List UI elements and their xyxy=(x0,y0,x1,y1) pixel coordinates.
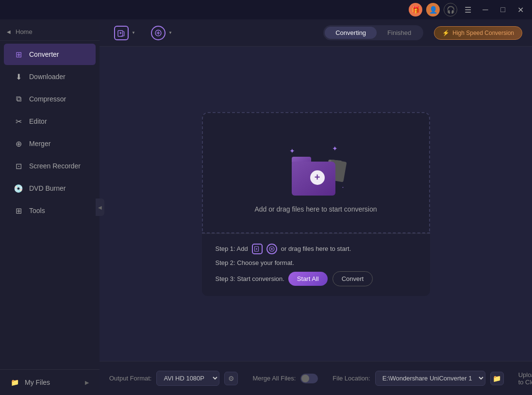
step-3-row: Step 3: Start conversion. Start All Conv… xyxy=(216,271,416,286)
high-speed-label: High Speed Conversion xyxy=(452,30,514,36)
folder-illustration: + ✦ ✦ · xyxy=(287,142,345,196)
sidebar-home[interactable]: ◀ Home xyxy=(0,23,100,41)
sidebar-item-editor[interactable]: ✂ Editor xyxy=(4,111,96,132)
add-media-button[interactable]: ▼ xyxy=(146,23,177,43)
my-files-icon: 📁 xyxy=(11,379,19,386)
bottom-bar: Output Format: AVI HD 1080P ⚙ Merge All … xyxy=(100,361,532,395)
app-body: ◀ Home ⊞ Converter ⬇ Downloader ⧉ Compre… xyxy=(0,19,532,395)
step-2-row: Step 2: Choose your format. xyxy=(216,259,416,266)
start-all-inline-button[interactable]: Start All xyxy=(288,272,328,286)
my-files-left: 📁 My Files xyxy=(11,379,50,386)
close-button[interactable]: ✕ xyxy=(514,3,527,16)
merge-toggle-switch[interactable] xyxy=(300,374,318,383)
menu-icon[interactable]: ☰ xyxy=(461,3,475,16)
sidebar-label-editor: Editor xyxy=(29,117,47,125)
home-label: Home xyxy=(16,28,33,35)
convert-inline-button[interactable]: Convert xyxy=(332,271,373,286)
sidebar-label-merger: Merger xyxy=(29,140,50,148)
sidebar-collapse-handle[interactable]: ◀ xyxy=(96,198,104,216)
upload-cloud-label: Upload to Cloud xyxy=(518,371,532,386)
add-media-arrow: ▼ xyxy=(168,31,172,35)
my-files-label: My Files xyxy=(25,379,50,386)
maximize-button[interactable]: □ xyxy=(496,3,510,16)
toggle-knob xyxy=(301,375,309,382)
top-toolbar: ▼ ▼ Converting Finished ⚡ High Speed xyxy=(100,19,532,47)
downloader-icon: ⬇ xyxy=(14,72,23,82)
step1-add-media-icon[interactable] xyxy=(266,244,277,254)
step2-text: Step 2: Choose your format. xyxy=(216,259,295,266)
drop-zone[interactable]: + ✦ ✦ · Add or drag files here to start … xyxy=(202,112,430,296)
chevron-right-icon: ▶ xyxy=(85,379,89,386)
drop-zone-steps: Step 1: Add xyxy=(202,233,430,296)
dvd-burner-icon: 💿 xyxy=(14,183,23,193)
add-media-icon xyxy=(151,26,166,40)
step1-text: Step 1: Add xyxy=(216,245,248,252)
titlebar: 🎁 👤 🎧 ☰ ─ □ ✕ xyxy=(0,0,532,19)
plus-icon: + xyxy=(310,170,325,185)
tab-group: Converting Finished xyxy=(323,25,423,40)
sidebar-item-tools[interactable]: ⊞ Tools xyxy=(4,200,96,221)
step1-or-text: or drag files here to start. xyxy=(281,245,351,252)
file-location-field: File Location: E:\Wondershare UniConvert… xyxy=(332,371,503,386)
step-1-row: Step 1: Add xyxy=(216,244,416,254)
high-speed-button[interactable]: ⚡ High Speed Conversion xyxy=(434,26,522,40)
lightning-icon: ⚡ xyxy=(442,30,449,36)
add-file-icon xyxy=(114,26,129,40)
sidebar-item-converter[interactable]: ⊞ Converter xyxy=(4,44,96,65)
sparkle-icon-1: ✦ xyxy=(289,147,295,155)
sidebar-item-screen-recorder[interactable]: ⊡ Screen Recorder xyxy=(4,155,96,177)
converter-icon: ⊞ xyxy=(14,49,23,59)
screen-recorder-icon: ⊡ xyxy=(14,161,23,171)
file-location-label: File Location: xyxy=(332,375,370,382)
folder-body: + xyxy=(292,162,335,196)
headset-icon[interactable]: 🎧 xyxy=(444,3,457,16)
format-settings-button[interactable]: ⚙ xyxy=(224,372,238,385)
compressor-icon: ⧉ xyxy=(14,94,23,104)
user-icon[interactable]: 👤 xyxy=(426,3,440,16)
tools-icon: ⊞ xyxy=(14,206,23,215)
sidebar: ◀ Home ⊞ Converter ⬇ Downloader ⧉ Compre… xyxy=(0,19,100,395)
merge-all-field: Merge All Files: xyxy=(252,374,318,383)
sidebar-item-merger[interactable]: ⊕ Merger xyxy=(4,133,96,154)
sidebar-bottom: 📁 My Files ▶ xyxy=(0,369,100,395)
sidebar-item-dvd-burner[interactable]: 💿 DVD Burner xyxy=(4,178,96,199)
upload-cloud-field: Upload to Cloud ☁ xyxy=(518,371,532,386)
sidebar-label-downloader: Downloader xyxy=(29,73,66,81)
main-content: ▼ ▼ Converting Finished ⚡ High Speed xyxy=(100,19,532,395)
sidebar-item-my-files[interactable]: 📁 My Files ▶ xyxy=(4,374,96,391)
sparkle-icon-3: · xyxy=(342,183,344,191)
add-file-arrow: ▼ xyxy=(132,31,135,35)
chevron-left-icon: ◀ xyxy=(7,29,11,34)
gift-icon[interactable]: 🎁 xyxy=(409,3,422,16)
step3-text: Step 3: Start conversion. xyxy=(216,275,284,282)
minimize-button[interactable]: ─ xyxy=(479,3,492,16)
file-location-select[interactable]: E:\Wondershare UniConverter 1 xyxy=(375,371,485,386)
step-buttons: Start All Convert xyxy=(288,271,373,286)
sidebar-label-screen-recorder: Screen Recorder xyxy=(29,162,81,170)
sidebar-label-tools: Tools xyxy=(29,207,45,214)
sparkle-icon-2: ✦ xyxy=(332,145,338,152)
tab-converting[interactable]: Converting xyxy=(325,27,377,39)
sidebar-top: ◀ Home ⊞ Converter ⬇ Downloader ⧉ Compre… xyxy=(0,23,100,369)
merge-all-label: Merge All Files: xyxy=(252,375,296,382)
merger-icon: ⊕ xyxy=(14,139,23,148)
sidebar-label-converter: Converter xyxy=(29,50,59,58)
drop-zone-main[interactable]: + ✦ ✦ · Add or drag files here to start … xyxy=(202,112,430,233)
content-area: + ✦ ✦ · Add or drag files here to start … xyxy=(100,47,532,361)
browse-folder-button[interactable]: 📁 xyxy=(490,372,504,385)
sidebar-item-downloader[interactable]: ⬇ Downloader xyxy=(4,66,96,87)
add-file-button[interactable]: ▼ xyxy=(109,23,140,43)
drop-zone-text: Add or drag files here to start conversi… xyxy=(254,205,377,213)
merge-toggle[interactable] xyxy=(300,374,318,383)
titlebar-icons: 🎁 👤 🎧 ☰ ─ □ ✕ xyxy=(409,3,527,16)
step1-add-file-icon[interactable] xyxy=(252,244,263,254)
output-format-field: Output Format: AVI HD 1080P ⚙ xyxy=(109,371,238,386)
sidebar-label-dvd-burner: DVD Burner xyxy=(29,184,66,192)
sidebar-label-compressor: Compressor xyxy=(29,95,66,103)
output-format-select[interactable]: AVI HD 1080P xyxy=(156,371,219,386)
editor-icon: ✂ xyxy=(14,116,23,126)
tab-finished[interactable]: Finished xyxy=(377,27,422,39)
sidebar-item-compressor[interactable]: ⧉ Compressor xyxy=(4,88,96,110)
output-format-label: Output Format: xyxy=(109,375,151,382)
